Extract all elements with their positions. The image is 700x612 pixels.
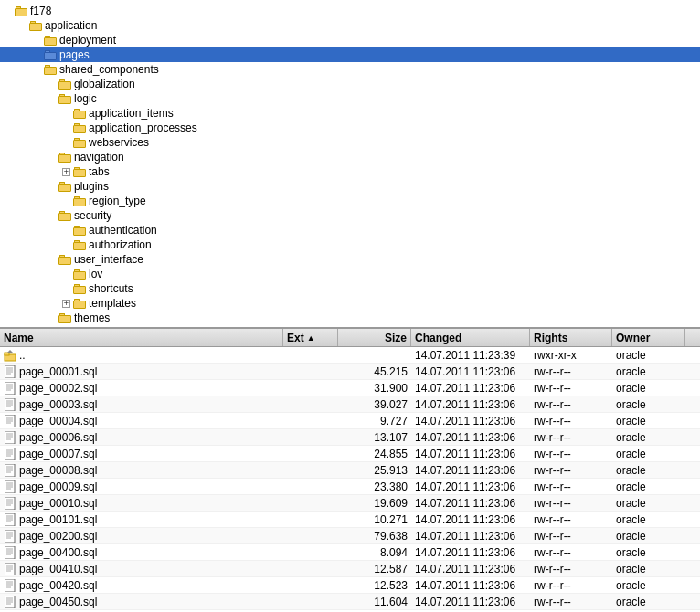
tree-item-label-application: application: [45, 19, 97, 32]
tree-item-application_items[interactable]: application_items: [0, 106, 700, 121]
col-changed-header[interactable]: Changed: [411, 329, 530, 346]
file-name: page_00450.sql: [19, 596, 97, 608]
file-name-cell: page_00400.sql: [0, 546, 283, 559]
file-name-cell: page_00420.sql: [0, 579, 283, 592]
file-changed-cell: 14.07.2011 11:23:06: [411, 546, 530, 559]
tree-panel[interactable]: f178applicationdeploymentpagesshared_com…: [0, 0, 700, 329]
tree-item-shared_components[interactable]: shared_components: [0, 62, 700, 77]
col-owner-header[interactable]: Owner: [612, 329, 685, 346]
col-rights-header[interactable]: Rights: [530, 329, 612, 346]
file-rights-cell: rw-r--r--: [530, 415, 612, 427]
file-size-cell: 79.638: [338, 530, 411, 543]
tree-item-authorization[interactable]: authorization: [0, 237, 700, 252]
tree-item-label-authentication: authentication: [89, 224, 157, 237]
tree-item-label-plugins: plugins: [74, 180, 109, 193]
sql-file-icon: [4, 579, 16, 592]
table-row[interactable]: page_00007.sql24.85514.07.2011 11:23:06r…: [0, 446, 700, 462]
sql-file-icon: [4, 596, 16, 608]
tree-item-templates[interactable]: +templates: [0, 296, 700, 311]
tree-item-webservices[interactable]: webservices: [0, 135, 700, 150]
table-row[interactable]: page_00200.sql79.63814.07.2011 11:23:06r…: [0, 528, 700, 544]
tree-item-security[interactable]: security: [0, 208, 700, 223]
tree-item-authentication[interactable]: authentication: [0, 223, 700, 237]
table-row[interactable]: page_00008.sql25.91314.07.2011 11:23:06r…: [0, 462, 700, 479]
table-row[interactable]: page_00006.sql13.10714.07.2011 11:23:06r…: [0, 429, 700, 446]
file-changed-cell: 14.07.2011 11:23:06: [411, 431, 530, 444]
tree-item-label-themes: themes: [74, 311, 110, 324]
file-size-cell: 10.271: [338, 513, 411, 526]
tree-item-globalization[interactable]: globalization: [0, 77, 700, 91]
tree-item-lov[interactable]: lov: [0, 267, 700, 281]
file-name-cell: page_00009.sql: [0, 480, 283, 493]
table-row[interactable]: page_00004.sql9.72714.07.2011 11:23:06rw…: [0, 413, 700, 429]
table-row[interactable]: page_00450.sql11.60414.07.2011 11:23:06r…: [0, 594, 700, 610]
tree-item-f178[interactable]: f178: [0, 4, 700, 18]
file-size-cell: 24.855: [338, 448, 411, 460]
expand-btn-tabs[interactable]: +: [62, 168, 70, 176]
table-row[interactable]: page_00420.sql12.52314.07.2011 11:23:06r…: [0, 577, 700, 594]
tree-item-plugins[interactable]: plugins: [0, 179, 700, 194]
file-panel: Name Ext ▲ Size Changed Rights Owner ..1…: [0, 329, 700, 612]
col-ext-header[interactable]: Ext ▲: [283, 329, 338, 346]
file-changed-cell: 14.07.2011 11:23:06: [411, 398, 530, 411]
table-row[interactable]: page_00009.sql23.38014.07.2011 11:23:06r…: [0, 479, 700, 495]
file-name: ..: [19, 349, 26, 362]
file-rights-cell: rw-r--r--: [530, 546, 612, 559]
file-name: page_00008.sql: [19, 464, 97, 477]
tree-item-application[interactable]: application: [0, 18, 700, 33]
file-size-cell: 12.523: [338, 579, 411, 592]
tree-item-label-user_interface: user_interface: [74, 253, 143, 266]
col-size-header[interactable]: Size: [338, 329, 411, 346]
file-size-cell: 8.094: [338, 546, 411, 559]
table-row[interactable]: ..14.07.2011 11:23:39rwxr-xr-xoracle: [0, 347, 700, 364]
file-header[interactable]: Name Ext ▲ Size Changed Rights Owner: [0, 329, 700, 347]
tree-item-region_type[interactable]: region_type: [0, 194, 700, 208]
file-owner-cell: oracle: [612, 415, 685, 427]
sql-file-icon: [4, 546, 16, 559]
file-name-cell: ..: [0, 349, 283, 362]
file-name-cell: page_00007.sql: [0, 448, 283, 460]
tree-item-themes[interactable]: themes: [0, 311, 700, 325]
file-rights-cell: rwxr-xr-x: [530, 349, 612, 362]
sql-file-icon: [4, 464, 16, 477]
expand-btn-templates[interactable]: +: [62, 300, 70, 308]
sql-file-icon: [4, 415, 16, 427]
table-row[interactable]: page_00002.sql31.90014.07.2011 11:23:06r…: [0, 380, 700, 396]
tree-item-logic[interactable]: logic: [0, 91, 700, 106]
file-size-cell: 25.913: [338, 464, 411, 477]
file-owner-cell: oracle: [612, 579, 685, 592]
table-row[interactable]: page_00001.sql45.21514.07.2011 11:23:06r…: [0, 364, 700, 380]
tree-item-tabs[interactable]: +tabs: [0, 164, 700, 179]
file-changed-cell: 14.07.2011 11:23:06: [411, 596, 530, 608]
file-rights-cell: rw-r--r--: [530, 464, 612, 477]
table-row[interactable]: page_00010.sql19.60914.07.2011 11:23:06r…: [0, 495, 700, 512]
table-row[interactable]: page_00410.sql12.58714.07.2011 11:23:06r…: [0, 561, 700, 577]
sql-file-icon: [4, 448, 16, 460]
tree-item-label-security: security: [74, 209, 111, 222]
table-row[interactable]: page_00101.sql10.27114.07.2011 11:23:06r…: [0, 512, 700, 528]
file-rights-cell: rw-r--r--: [530, 513, 612, 526]
table-row[interactable]: page_00003.sql39.02714.07.2011 11:23:06r…: [0, 396, 700, 413]
file-rights-cell: rw-r--r--: [530, 398, 612, 411]
file-size-cell: 11.604: [338, 596, 411, 608]
tree-item-shortcuts[interactable]: shortcuts: [0, 281, 700, 296]
file-owner-cell: oracle: [612, 382, 685, 395]
tree-item-deployment[interactable]: deployment: [0, 33, 700, 47]
tree-item-navigation[interactable]: navigation: [0, 150, 700, 164]
tree-item-label-pages: pages: [59, 48, 90, 61]
file-owner-cell: oracle: [612, 530, 685, 543]
tree-item-user_interface[interactable]: user_interface: [0, 252, 700, 267]
sql-file-icon: [4, 398, 16, 411]
file-rights-cell: rw-r--r--: [530, 365, 612, 378]
col-name-header[interactable]: Name: [0, 329, 283, 346]
file-size-cell: 12.587: [338, 563, 411, 575]
file-changed-cell: 14.07.2011 11:23:06: [411, 448, 530, 460]
file-owner-cell: oracle: [612, 349, 685, 362]
table-row[interactable]: page_00400.sql8.09414.07.2011 11:23:06rw…: [0, 544, 700, 561]
tree-item-pages[interactable]: pages: [0, 47, 700, 62]
file-owner-cell: oracle: [612, 480, 685, 493]
tree-item-application_processes[interactable]: application_processes: [0, 121, 700, 135]
up-folder-icon: [4, 349, 16, 362]
tree-item-label-shared_components: shared_components: [59, 63, 159, 76]
file-owner-cell: oracle: [612, 563, 685, 575]
